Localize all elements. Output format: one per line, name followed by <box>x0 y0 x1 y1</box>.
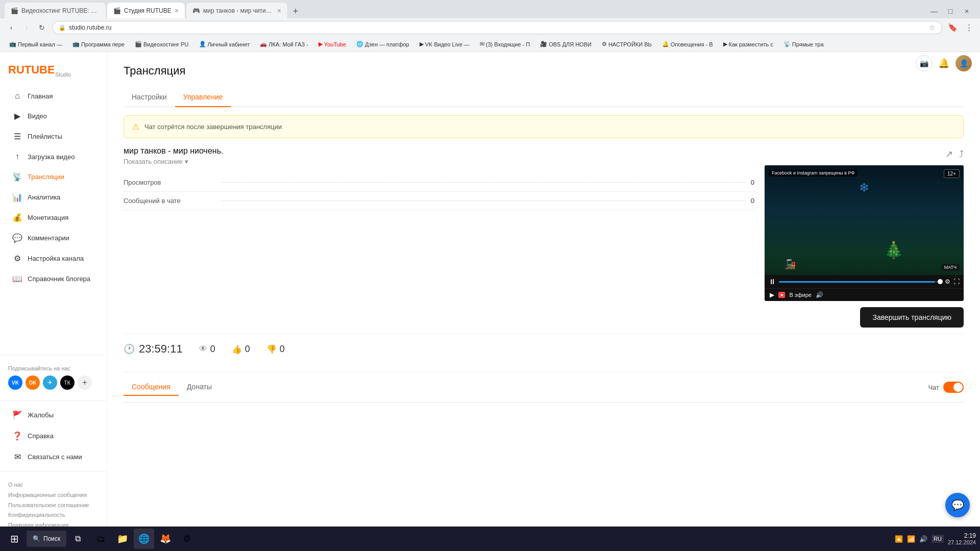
keyboard-layout[interactable]: RU <box>932 535 944 543</box>
game-scene: · · · · Facebook и Instagram запрещены в… <box>765 165 964 275</box>
tab-donates[interactable]: Донаты <box>179 379 220 396</box>
close-button[interactable]: × <box>960 4 974 18</box>
likes-value: 0 <box>245 344 250 355</box>
sidebar-item-comments[interactable]: 💬 Комментарии <box>4 228 103 248</box>
bookmark-13[interactable]: ▶ Как разместить с <box>719 40 777 48</box>
footer-link-info[interactable]: Информационные сообщения <box>8 490 99 500</box>
end-stream-button[interactable]: Завершить трансляцию <box>860 307 964 328</box>
new-tab-button[interactable]: + <box>288 4 303 18</box>
taskbar-app-browser[interactable]: 🌐 <box>134 529 154 549</box>
game-overlay-text: Facebook и Instagram запрещены в РФ <box>769 169 857 177</box>
show-description-button[interactable]: Показать описание ▾ <box>124 158 223 165</box>
reload-button[interactable]: ↻ <box>35 20 49 35</box>
age-badge: 12+ <box>944 169 960 178</box>
sidebar-item-channel-settings[interactable]: ⚙ Настройка канала <box>4 248 103 268</box>
warning-text: Чат сотрётся после завершения трансляции <box>144 123 282 131</box>
settings-video-button[interactable]: ⚙ <box>945 278 950 285</box>
tray-icons: 🔼 <box>895 535 903 543</box>
progress-bar[interactable] <box>779 281 942 283</box>
sidebar-item-home[interactable]: ⌂ Главная <box>4 86 103 106</box>
bookmark-7[interactable]: 🌐 Дзен — платфор <box>352 40 413 48</box>
ok-icon[interactable]: OK <box>26 375 40 390</box>
bookmark-9[interactable]: ✉ (3) Входящие - П <box>476 40 534 48</box>
taskview-button[interactable]: ⧉ <box>68 530 87 548</box>
bookmark-8[interactable]: ▶ VK Видео Live — <box>415 40 474 48</box>
analytics-icon: 📊 <box>12 192 22 202</box>
comments-icon: 💬 <box>12 233 22 243</box>
bookmark-3[interactable]: 🎬 Видеохостинг РU <box>131 40 193 48</box>
stream-timer: 23:59:11 <box>139 342 183 356</box>
tab-settings[interactable]: Настройки <box>124 88 175 107</box>
minimize-button[interactable]: — <box>927 4 941 18</box>
tab-3[interactable]: 🎮 мир танков - мир читин... × <box>186 2 288 18</box>
more-button[interactable]: ⋮ <box>962 20 976 35</box>
bookmark-12[interactable]: 🔔 Оповещения - В <box>658 40 717 48</box>
tab-2-close[interactable]: × <box>175 7 179 15</box>
clock-icon: 🕐 <box>124 343 135 355</box>
taskbar-app-1[interactable]: 🗂 <box>91 529 111 549</box>
restore-button[interactable]: □ <box>943 4 958 18</box>
footer-link-terms[interactable]: Пользовательское соглашение <box>8 500 99 511</box>
footer-link-about[interactable]: О нас <box>8 480 99 490</box>
taskbar-app-5[interactable]: ⚙ <box>177 529 197 549</box>
footer-link-privacy[interactable]: Конфиденциальность <box>8 510 99 520</box>
thumb-up-icon: 👍 <box>232 344 242 354</box>
sidebar-item-help[interactable]: ❓ Справка <box>4 426 103 446</box>
sidebar-item-video[interactable]: ▶ Видео <box>4 106 103 126</box>
progress-handle[interactable] <box>938 279 943 284</box>
sidebar-item-channel-settings-label: Настройка канала <box>28 255 84 262</box>
sidebar-item-upload[interactable]: ↑ Загрузка видео <box>4 147 103 166</box>
back-button[interactable]: ‹ <box>4 20 18 35</box>
tab-1[interactable]: 🎬 Видеохостинг RUTUBE: С... <box>4 2 106 18</box>
sidebar-item-contact[interactable]: ✉ Связаться с нами <box>4 447 103 467</box>
chat-bubble-icon: 💬 <box>951 499 964 511</box>
forward-button[interactable]: › <box>19 20 34 35</box>
thumb-down-icon: 👎 <box>266 344 277 354</box>
sidebar-item-blog-help[interactable]: 📖 Справочник блогера <box>4 269 103 289</box>
search-button[interactable]: 🔍 Поиск <box>27 531 66 547</box>
sidebar-item-monetization[interactable]: 💰 Монетизация <box>4 208 103 228</box>
game-scene-inner: · · · · Facebook и Instagram запрещены в… <box>765 165 964 275</box>
taskbar-app-2[interactable]: 📁 <box>112 529 133 549</box>
sidebar-item-streams[interactable]: 📡 Трансляции <box>4 167 103 187</box>
floating-chat-button[interactable]: 💬 <box>945 493 970 517</box>
tiktok-icon[interactable]: TK <box>60 375 75 390</box>
streams-icon: 📡 <box>12 172 22 182</box>
bookmark-4[interactable]: 👤 Личный кабинет <box>195 40 254 48</box>
address-bar[interactable]: 🔒 studio.rutube.ru ☆ <box>52 21 942 34</box>
tab-3-close[interactable]: × <box>277 7 281 15</box>
bookmark-10[interactable]: 🎥 OBS ДЛЯ НОВИ <box>536 40 596 48</box>
game-ui-element: ❄ <box>859 181 869 195</box>
bookmark-button[interactable]: 🔖 <box>945 20 960 35</box>
more-social-icon[interactable]: + <box>78 375 92 390</box>
play-pause-button[interactable]: ⏸ <box>769 278 776 286</box>
channel-settings-icon: ⚙ <box>12 254 22 263</box>
fullscreen-button[interactable]: ⛶ <box>953 278 960 285</box>
bookmark-14[interactable]: 📡 Прямые тра <box>779 40 828 48</box>
taskbar-app-4[interactable]: 🦊 <box>155 529 176 549</box>
bookmark-1[interactable]: 📺 Первый канал — <box>5 40 66 48</box>
bookmark-2[interactable]: 📺 Программа пере <box>68 40 129 48</box>
bookmark-11[interactable]: ⚙ НАСТРОЙКИ ВЬ <box>598 40 656 48</box>
bookmark-5[interactable]: 🚗 ЛКА: Мой ГАЗ - <box>256 40 312 48</box>
chat-toggle-container: Чат <box>928 382 964 393</box>
sidebar-item-playlists[interactable]: ☰ Плейлисты <box>4 127 103 146</box>
telegram-icon[interactable]: ✈ <box>43 375 57 390</box>
tab-messages[interactable]: Сообщения <box>124 379 179 396</box>
sidebar-item-complaints[interactable]: 🚩 Жалобы <box>4 405 103 425</box>
external-link-button[interactable]: ⤴ <box>959 148 964 160</box>
chat-toggle-switch[interactable] <box>943 382 964 393</box>
start-button[interactable]: ⊞ <box>4 529 24 549</box>
bookmark-youtube[interactable]: ▶ YouTube <box>314 40 350 48</box>
sidebar-item-upload-label: Загрузка видео <box>28 153 75 161</box>
sidebar-item-analytics[interactable]: 📊 Аналитика <box>4 187 103 207</box>
tab-2[interactable]: 🎬 Студия RUTUBE × <box>107 2 185 18</box>
tab-management[interactable]: Управление <box>175 88 231 107</box>
share-button[interactable]: ↗ <box>945 148 953 160</box>
live-dot-badge: ● <box>778 292 785 298</box>
vk-icon[interactable]: VK <box>8 375 22 390</box>
tab-2-icon: 🎬 <box>113 7 121 14</box>
volume-icon: 🔊 <box>816 291 823 298</box>
toolbar-right: 🔖 ⋮ <box>945 20 976 35</box>
sidebar-item-blog-help-label: Справочник блогера <box>28 275 90 283</box>
